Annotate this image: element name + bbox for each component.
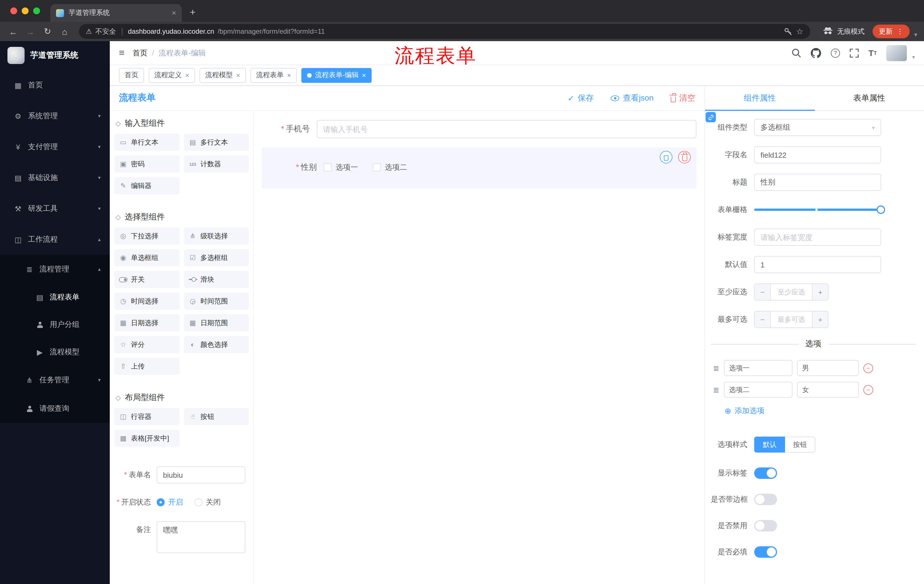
- sidebar-toggle-icon[interactable]: ≡: [119, 47, 125, 59]
- slider-handle[interactable]: [876, 206, 885, 214]
- breadcrumb-home[interactable]: 首页: [133, 48, 147, 58]
- tag-process-definition[interactable]: 流程定义 ×: [148, 68, 195, 82]
- form-grid-slider[interactable]: [754, 201, 881, 218]
- title-input[interactable]: [754, 174, 881, 191]
- password-key-icon[interactable]: [784, 27, 793, 36]
- sidebar-item-devtools[interactable]: ⚒ 研发工具 ▾: [0, 193, 110, 224]
- palette-item-table[interactable]: ▩表格[开发中]: [114, 430, 179, 447]
- palette-item-cascader[interactable]: ⋔级联选择: [184, 227, 249, 245]
- sidebar-item-home[interactable]: ▦ 首页: [0, 70, 110, 100]
- required-switch[interactable]: [754, 546, 777, 558]
- tag-process-model[interactable]: 流程模型 ×: [200, 68, 246, 82]
- min-select-input[interactable]: [771, 284, 812, 300]
- checkbox-option-2[interactable]: 选项二: [373, 162, 407, 173]
- checkbox-option-1[interactable]: 选项一: [323, 162, 358, 173]
- palette-item-color-picker[interactable]: ◐颜色选择: [184, 336, 249, 353]
- disabled-switch[interactable]: [754, 520, 777, 531]
- drag-handle-icon[interactable]: ≣: [713, 364, 719, 372]
- show-label-switch[interactable]: [754, 467, 777, 479]
- copy-widget-button[interactable]: [660, 151, 672, 163]
- clear-button[interactable]: 清空: [671, 93, 695, 103]
- decrease-button[interactable]: −: [755, 284, 771, 300]
- bookmark-star-icon[interactable]: ☆: [796, 27, 804, 36]
- sidebar-item-process-form[interactable]: ▤ 流程表单: [0, 283, 110, 311]
- window-close-button[interactable]: [10, 7, 17, 14]
- palette-item-date-picker[interactable]: ▦日期选择: [114, 314, 179, 331]
- font-size-icon[interactable]: TT: [868, 49, 877, 57]
- sidebar-item-task-mgmt[interactable]: ⋔ 任务管理 ▾: [0, 366, 110, 394]
- option-label-input[interactable]: [724, 360, 792, 376]
- reload-button[interactable]: ↻: [40, 26, 55, 36]
- sidebar-item-leave-query[interactable]: 请假查询: [0, 394, 110, 423]
- palette-item-counter[interactable]: 123计数器: [184, 155, 249, 173]
- palette-item-time-range[interactable]: ◶时间范围: [184, 293, 249, 310]
- default-value-input[interactable]: [754, 256, 881, 273]
- update-button[interactable]: 更新 ⋮: [873, 25, 910, 38]
- forward-button[interactable]: →: [23, 26, 38, 36]
- decrease-button[interactable]: −: [755, 311, 771, 327]
- sidebar-item-infra[interactable]: ▤ 基础设施 ▾: [0, 162, 110, 193]
- toolbar-caret-icon[interactable]: ▾: [914, 31, 917, 38]
- window-minimize-button[interactable]: [22, 7, 29, 14]
- palette-item-single-text[interactable]: ▭单行文本: [114, 134, 179, 151]
- delete-widget-button[interactable]: [678, 151, 691, 163]
- palette-item-upload[interactable]: ⇧上传: [114, 358, 179, 375]
- add-option-button[interactable]: ⊕ 添加选项: [724, 406, 916, 416]
- palette-item-button[interactable]: ☝按钮: [184, 408, 249, 425]
- drag-handle-icon[interactable]: ≣: [713, 385, 719, 394]
- field-name-input[interactable]: [754, 146, 881, 163]
- sidebar-item-process-mgmt[interactable]: ≣ 流程管理 ▴: [0, 255, 110, 283]
- remark-textarea[interactable]: 嘿嘿: [157, 521, 245, 553]
- option-value-input[interactable]: [797, 360, 859, 376]
- slider-track[interactable]: [754, 209, 881, 211]
- window-zoom-button[interactable]: [33, 7, 40, 14]
- close-icon[interactable]: ×: [236, 71, 240, 79]
- save-button[interactable]: ✓ 保存: [568, 93, 594, 103]
- label-width-input[interactable]: [754, 229, 881, 246]
- sidebar-item-workflow[interactable]: ◫ 工作流程 ▴: [0, 224, 110, 255]
- home-button[interactable]: ⌂: [57, 26, 72, 36]
- canvas-field-phone[interactable]: *手机号: [262, 120, 696, 138]
- option-label-input[interactable]: [724, 382, 792, 398]
- tab-component-props[interactable]: 组件属性: [705, 86, 815, 110]
- style-button-button[interactable]: 按钮: [785, 437, 815, 452]
- palette-item-rate[interactable]: ☆评分: [114, 336, 179, 353]
- phone-input[interactable]: [317, 120, 696, 138]
- help-icon[interactable]: ?: [831, 48, 840, 58]
- palette-item-multi-text[interactable]: ▤多行文本: [184, 134, 249, 151]
- tag-home[interactable]: 首页: [119, 68, 144, 82]
- max-select-input[interactable]: [771, 311, 812, 327]
- palette-item-radio-group[interactable]: ◉单选框组: [114, 249, 179, 266]
- close-icon[interactable]: ×: [287, 71, 291, 79]
- new-tab-button[interactable]: +: [190, 7, 196, 18]
- browser-tab[interactable]: 芋道管理系统 ×: [50, 4, 182, 22]
- increase-button[interactable]: +: [812, 284, 828, 300]
- border-switch[interactable]: [754, 494, 777, 505]
- link-icon[interactable]: [706, 112, 716, 122]
- component-type-select[interactable]: 多选框组 ▾: [754, 119, 881, 136]
- palette-item-switch[interactable]: 开关: [114, 271, 179, 288]
- sidebar-item-process-model[interactable]: ▶ 流程模型: [0, 338, 110, 366]
- github-icon[interactable]: [811, 48, 821, 58]
- palette-item-checkbox-group[interactable]: ☑多选框组: [184, 249, 249, 266]
- palette-item-slider[interactable]: 滑块: [184, 271, 249, 288]
- remove-option-button[interactable]: −: [863, 363, 873, 373]
- search-icon[interactable]: [791, 48, 801, 58]
- form-name-input[interactable]: [157, 466, 245, 484]
- palette-item-select[interactable]: ◎下拉选择: [114, 227, 179, 245]
- style-default-button[interactable]: 默认: [754, 437, 785, 452]
- sidebar-item-payment[interactable]: ¥ 支付管理 ▾: [0, 132, 110, 162]
- option-value-input[interactable]: [797, 382, 859, 398]
- palette-item-time-picker[interactable]: ◷时间选择: [114, 293, 179, 310]
- tab-form-props[interactable]: 表单属性: [815, 86, 924, 110]
- palette-item-password[interactable]: ▣密码: [114, 155, 179, 173]
- tab-close-icon[interactable]: ×: [172, 8, 176, 17]
- sidebar-item-system[interactable]: ⚙ 系统管理 ▾: [0, 100, 110, 132]
- canvas-widget-gender[interactable]: *性别 选项一 选项二: [262, 147, 696, 189]
- view-json-button[interactable]: 查看json: [611, 93, 653, 103]
- back-button[interactable]: ←: [6, 26, 21, 36]
- status-off-radio[interactable]: 关闭: [195, 497, 221, 507]
- address-bar[interactable]: ⚠ 不安全 dashboard.yudao.iocoder.cn/bpm/man…: [79, 24, 810, 39]
- palette-item-editor[interactable]: ✎编辑器: [114, 177, 179, 194]
- remove-option-button[interactable]: −: [863, 385, 873, 395]
